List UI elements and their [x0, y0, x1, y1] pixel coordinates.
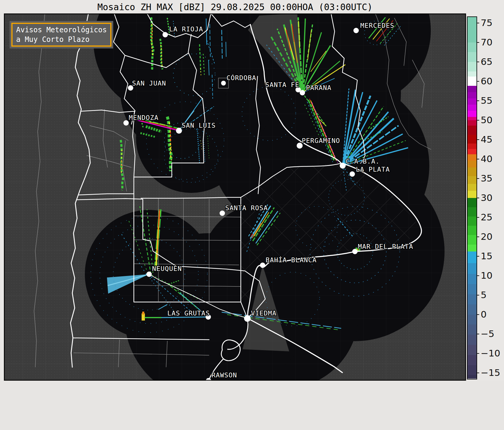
- colorbar-segment: [468, 355, 477, 365]
- city-label-rawson: RAWSON: [212, 371, 237, 379]
- city-marker-c-a-b-a: [340, 163, 346, 169]
- colorbar-segment: [468, 111, 477, 117]
- colorbar-tick-mark: [477, 198, 479, 199]
- warning-box: Avisos Meteorológicos a Muy Corto Plazo: [10, 21, 113, 48]
- colorbar-segment: [468, 105, 477, 111]
- colorbar-tick-label: 15: [481, 250, 492, 261]
- colorbar-tick-label: 0: [481, 309, 487, 319]
- colorbar-segment: [468, 98, 477, 105]
- colorbar-segment: [468, 62, 477, 72]
- city-marker-la-plata: [350, 171, 355, 177]
- colorbar-tick-label: 70: [481, 36, 492, 47]
- colorbar-segment: [468, 315, 477, 325]
- colorbar-segment: [468, 120, 477, 126]
- colorbar-tick-label: 25: [481, 211, 492, 222]
- city-label-mercedes: MERCEDES: [360, 22, 394, 29]
- reflectivity-colorbar: 757065605550454035302520151050−5−10−15: [467, 16, 477, 379]
- colorbar-segment: [468, 17, 477, 42]
- colorbar-segment: [468, 251, 477, 263]
- colorbar-tick-mark: [477, 334, 479, 335]
- colorbar-tick-mark: [477, 314, 479, 315]
- city-label-mendoza: MENDOZA: [129, 114, 159, 121]
- colorbar-segment: [468, 216, 477, 226]
- colorbar-tick-mark: [477, 42, 479, 43]
- city-label-san-juan: SAN JUAN: [132, 80, 166, 87]
- city-label-las-grutas: LAS GRUTAS: [167, 309, 210, 317]
- radar-map: LA RIOJAMERCEDESSAN JUANCÓRDOBASANTA FEP…: [4, 13, 466, 381]
- city-marker-c-rdoba: [221, 81, 226, 86]
- colorbar-tick-label: 5: [481, 289, 487, 300]
- colorbar-segment: [468, 294, 477, 304]
- colorbar-segment: [468, 77, 477, 86]
- city-marker-mar-del-plata: [352, 249, 358, 254]
- colorbar-segment: [468, 149, 477, 155]
- colorbar-segment: [468, 365, 477, 375]
- city-marker-neuqu-n: [146, 272, 152, 277]
- colorbar-segment: [468, 144, 477, 149]
- colorbar-tick-label: −5: [481, 328, 494, 339]
- colorbar-segment: [468, 198, 477, 208]
- colorbar-segment: [468, 304, 477, 315]
- colorbar-segment: [468, 345, 477, 355]
- colorbar-tick-mark: [477, 256, 479, 257]
- colorbar-tick-label: 40: [481, 153, 492, 164]
- city-label-mar-del-plata: MAR DEL PLATA: [358, 243, 413, 250]
- city-label-la-plata: LA PLATA: [356, 166, 390, 173]
- colorbar-tick-label: 50: [481, 114, 492, 125]
- city-marker-santa-rosa: [220, 211, 225, 216]
- colorbar-segment: [468, 245, 477, 252]
- city-marker-viedma: [244, 315, 251, 322]
- colorbar-segment: [468, 135, 477, 144]
- city-marker-bah-a-blanca: [260, 263, 265, 268]
- colorbar-segment: [468, 274, 477, 284]
- warning-line-1: Avisos Meteorológicos: [16, 25, 107, 35]
- colorbar-segment: [468, 191, 477, 198]
- colorbar-segment: [468, 52, 477, 62]
- colorbar-tick-mark: [477, 295, 479, 296]
- city-label-viedma: VIEDMA: [251, 309, 276, 317]
- colorbar-tick-mark: [477, 217, 479, 218]
- colorbar-tick-mark: [477, 120, 479, 121]
- colorbar-segment: [468, 207, 477, 217]
- colorbar-segment: [468, 176, 477, 184]
- colorbar-tick-mark: [477, 178, 479, 179]
- colorbar-segment: [468, 284, 477, 294]
- colorbar-segment: [468, 226, 477, 235]
- colorbar-segment: [468, 92, 477, 98]
- city-label-c-rdoba: CÓRDOBA: [226, 74, 256, 82]
- colorbar-tick-label: 65: [481, 56, 492, 67]
- city-marker-parana: [300, 90, 305, 95]
- colorbar-segment: [468, 161, 477, 168]
- city-label-pergamino: PERGAMINO: [302, 137, 340, 144]
- colorbar-tick-label: 45: [481, 134, 492, 144]
- warning-box-border: Avisos Meteorológicos a Muy Corto Plazo: [11, 23, 111, 47]
- colorbar-tick-mark: [477, 23, 479, 24]
- colorbar-segment: [468, 126, 477, 135]
- city-label-bah-a-blanca: BAHÍA BLANCA: [266, 256, 317, 264]
- colorbar-tick-mark: [477, 81, 479, 82]
- colorbar-tick-mark: [477, 353, 479, 354]
- city-label-c-a-b-a: C.A.B.A.: [346, 158, 380, 165]
- colorbar-tick-mark: [477, 100, 479, 101]
- colorbar-segment: [468, 263, 477, 274]
- city-marker-san-luis: [176, 128, 182, 134]
- colorbar-gradient: [468, 17, 477, 379]
- city-label-parana: PARANA: [306, 84, 331, 92]
- colorbar-tick-label: 20: [481, 231, 492, 242]
- colorbar-tick-mark: [477, 62, 479, 62]
- colorbar-tick-mark: [477, 275, 479, 276]
- city-marker-la-rioja: [163, 32, 168, 37]
- colorbar-tick-mark: [477, 159, 479, 160]
- colorbar-segment: [468, 375, 477, 379]
- city-label-santa-fe: SANTA FE: [265, 81, 299, 89]
- colorbar-tick-label: 55: [481, 95, 492, 106]
- radar-mosaic-page: Mosaico ZH MAX [dBZ] 29.08.2025 00:00HOA…: [0, 0, 504, 430]
- city-label-neuqu-n: NEUQUÉN: [152, 265, 182, 272]
- colorbar-segment: [468, 42, 477, 52]
- colorbar-tick-label: 75: [481, 17, 492, 28]
- colorbar-tick-label: −15: [481, 367, 500, 378]
- city-marker-mercedes: [353, 28, 359, 33]
- colorbar-tick-label: 35: [481, 173, 492, 183]
- colorbar-segment: [468, 154, 477, 161]
- city-label-san-luis: SAN LUIS: [182, 122, 216, 129]
